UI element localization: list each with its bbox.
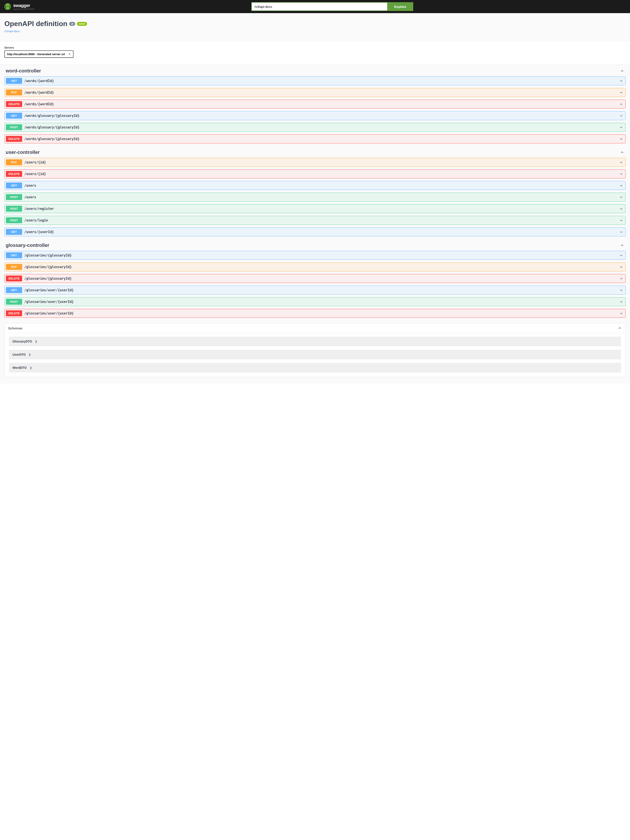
opblock-get-1-6[interactable]: GET/users/{userId} xyxy=(5,227,625,236)
topbar: {···} swagger supported by SMARTBEAR Exp… xyxy=(0,0,630,13)
method-badge: DELETE xyxy=(6,276,22,281)
opblock-get-0-3[interactable]: GET/words/glossary/{glossaryId} xyxy=(5,111,625,120)
op-path: /users/login xyxy=(22,218,619,223)
op-path: /glossaries/user/{userId} xyxy=(22,288,619,292)
op-path: /glossaries/{glossaryId} xyxy=(22,276,619,281)
op-path: /words/glossary/{glossaryId} xyxy=(22,137,619,141)
schema-item-UserDTO[interactable]: UserDTO❯ xyxy=(9,350,621,359)
chevron-up-icon xyxy=(620,243,624,248)
op-path: /users xyxy=(22,184,619,188)
op-path: /words/glossary/{glossaryId} xyxy=(22,114,619,118)
url-input[interactable] xyxy=(251,2,387,11)
chevron-right-icon: ❯ xyxy=(35,340,37,343)
op-path: /users xyxy=(22,195,619,199)
swagger-logo: {···} swagger supported by SMARTBEAR xyxy=(5,3,35,10)
chevron-down-icon xyxy=(619,230,623,234)
chevron-up-icon xyxy=(620,69,624,73)
chevron-down-icon xyxy=(619,172,623,176)
schema-item-GlossaryDTO[interactable]: GlossaryDTO❯ xyxy=(9,336,621,346)
opblock-put-0-1[interactable]: PUT/words/{wordId} xyxy=(5,88,625,97)
method-badge: GET xyxy=(6,253,22,258)
method-badge: POST xyxy=(6,299,22,305)
chevron-down-icon xyxy=(619,102,623,106)
opblock-get-2-3[interactable]: GET/glossaries/user/{userId} xyxy=(5,286,625,295)
op-path: /words/{wordId} xyxy=(22,91,619,95)
method-badge: GET xyxy=(6,113,22,118)
brand-sub: supported by SMARTBEAR xyxy=(13,8,35,10)
chevron-down-icon xyxy=(619,195,623,199)
tag-header-user-controller[interactable]: user-controller xyxy=(5,146,625,158)
chevron-up-icon xyxy=(620,150,624,155)
chevron-down-icon xyxy=(619,288,623,292)
method-badge: POST xyxy=(6,124,22,130)
method-badge: POST xyxy=(6,217,22,223)
chevron-down-icon xyxy=(619,91,623,95)
chevron-down-icon xyxy=(619,125,623,129)
op-path: /words/{wordId} xyxy=(22,102,619,106)
chevron-down-icon xyxy=(619,184,623,188)
opblock-delete-0-5[interactable]: DELETE/words/glossary/{glossaryId} xyxy=(5,134,625,144)
schemas-title: Schemas xyxy=(8,326,22,330)
op-path: /words/{wordId} xyxy=(22,79,619,83)
schema-item-WordDTO[interactable]: WordDTO❯ xyxy=(9,363,621,373)
op-path: /glossaries/{glossaryId} xyxy=(22,253,619,257)
opblock-delete-2-2[interactable]: DELETE/glossaries/{glossaryId} xyxy=(5,274,625,283)
method-badge: PUT xyxy=(6,90,22,95)
op-path: /glossaries/{glossaryId} xyxy=(22,265,619,269)
chevron-right-icon: ❯ xyxy=(29,353,31,356)
servers-section: Servers http://localhost:8080 - Generate… xyxy=(0,42,630,65)
chevron-right-icon: ❯ xyxy=(30,366,32,369)
schemas-body: GlossaryDTO❯UserDTO❯WordDTO❯ xyxy=(5,333,625,377)
chevron-up-icon xyxy=(617,326,622,330)
op-path: /glossaries/user/{userId} xyxy=(22,311,619,316)
chevron-down-icon xyxy=(619,218,623,223)
opblock-delete-2-5[interactable]: DELETE/glossaries/user/{userId} xyxy=(5,309,625,318)
opblock-get-2-0[interactable]: GET/glossaries/{glossaryId} xyxy=(5,251,625,260)
oas-badge: OAS3 xyxy=(77,22,87,26)
schemas-header[interactable]: Schemas xyxy=(5,323,625,333)
method-badge: DELETE xyxy=(6,171,22,177)
method-badge: GET xyxy=(6,183,22,188)
server-select[interactable]: http://localhost:8080 - Generated server… xyxy=(5,51,74,58)
schemas-section: SchemasGlossaryDTO❯UserDTO❯WordDTO❯ xyxy=(5,323,625,377)
opblock-post-0-4[interactable]: POST/words/glossary/{glossaryId} xyxy=(5,123,625,132)
opblock-put-1-0[interactable]: PUT/users/{id} xyxy=(5,158,625,167)
method-badge: PUT xyxy=(6,159,22,165)
method-badge: DELETE xyxy=(6,310,22,316)
api-title: OpenAPI definition xyxy=(5,20,68,28)
chevron-down-icon xyxy=(619,79,623,83)
opblock-post-2-4[interactable]: POST/glossaries/user/{userId} xyxy=(5,297,625,306)
chevron-down-icon xyxy=(619,276,623,281)
method-badge: DELETE xyxy=(6,101,22,107)
method-badge: PUT xyxy=(6,264,22,270)
opblock-get-0-0[interactable]: GET/words/{wordId} xyxy=(5,76,625,85)
op-path: /users/{id} xyxy=(22,172,619,176)
explore-button[interactable]: Explore xyxy=(387,2,413,11)
api-docs-link[interactable]: /v3/api-docs xyxy=(5,30,20,33)
servers-label: Servers xyxy=(5,46,625,49)
url-bar: Explore xyxy=(251,2,413,11)
opblock-post-1-3[interactable]: POST/users xyxy=(5,193,625,202)
opblock-post-1-5[interactable]: POST/users/login xyxy=(5,216,625,225)
op-path: /glossaries/user/{userId} xyxy=(22,300,619,304)
tag-name: glossary-controller xyxy=(6,243,49,248)
tag-header-glossary-controller[interactable]: glossary-controller xyxy=(5,239,625,251)
op-path: /words/glossary/{glossaryId} xyxy=(22,125,619,129)
opblock-post-1-4[interactable]: POST/users/register xyxy=(5,204,625,213)
op-path: /users/{userId} xyxy=(22,230,619,234)
opblock-delete-0-2[interactable]: DELETE/words/{wordId} xyxy=(5,99,625,109)
version-badge: v0 xyxy=(69,22,75,26)
opblock-delete-1-1[interactable]: DELETE/users/{id} xyxy=(5,169,625,178)
swagger-icon: {···} xyxy=(5,3,11,10)
opblock-get-1-2[interactable]: GET/users xyxy=(5,181,625,190)
tag-name: word-controller xyxy=(6,68,41,74)
chevron-down-icon xyxy=(619,137,623,141)
schema-name: WordDTO xyxy=(13,366,27,369)
tag-header-word-controller[interactable]: word-controller xyxy=(5,65,625,76)
method-badge: GET xyxy=(6,78,22,84)
opblock-put-2-1[interactable]: PUT/glossaries/{glossaryId} xyxy=(5,262,625,272)
chevron-down-icon xyxy=(619,160,623,164)
method-badge: POST xyxy=(6,206,22,212)
schema-name: UserDTO xyxy=(13,353,25,356)
op-path: /users/register xyxy=(22,207,619,211)
